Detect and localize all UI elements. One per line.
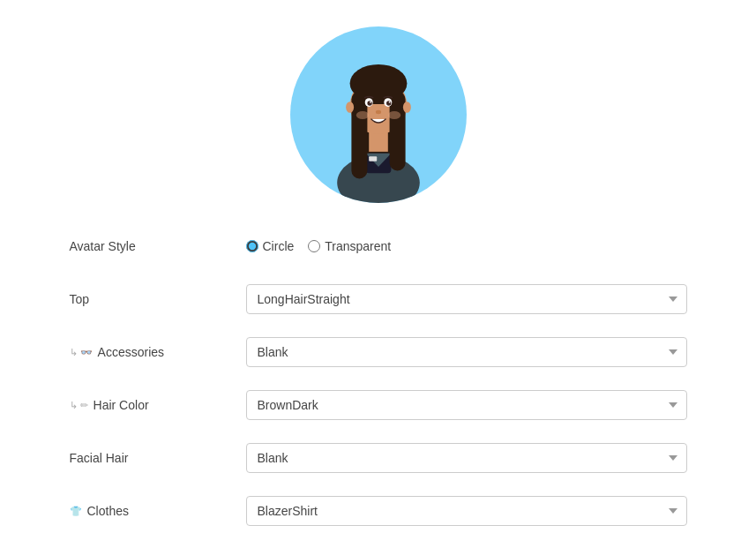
clothes-control: BlazerShirt BlazerSweater CollarSweater …: [246, 496, 687, 526]
svg-rect-11: [355, 80, 402, 104]
accessories-indent-icon: ↳ 👓: [70, 347, 93, 358]
form-area: Avatar Style Circle Transparent Top: [70, 228, 687, 545]
top-select[interactable]: LongHairStraight LongHairBob ShortHairSh…: [246, 284, 687, 314]
clothes-indent-icon: 👕: [70, 506, 82, 517]
svg-point-21: [346, 101, 354, 113]
clothes-select[interactable]: BlazerShirt BlazerSweater CollarSweater …: [246, 496, 687, 526]
top-label: Top: [70, 292, 246, 306]
svg-point-16: [370, 101, 371, 103]
svg-point-14: [367, 101, 371, 105]
page: Avatar Style Circle Transparent Top: [0, 0, 756, 548]
svg-point-22: [402, 101, 410, 113]
facial-hair-control: Blank BeardLight BeardMagestic BeardMedi…: [246, 443, 687, 473]
avatar-style-control: Circle Transparent: [246, 239, 687, 253]
facial-hair-select[interactable]: Blank BeardLight BeardMagestic BeardMedi…: [246, 443, 687, 473]
top-row: Top LongHairStraight LongHairBob ShortHa…: [70, 281, 687, 318]
radio-circle[interactable]: [246, 240, 258, 252]
accessories-select[interactable]: Blank Kurt Prescription01 Prescription02…: [246, 337, 687, 367]
svg-point-20: [387, 111, 400, 119]
avatar-style-row: Avatar Style Circle Transparent: [70, 228, 687, 265]
clothes-row: 👕 Clothes BlazerShirt BlazerSweater Coll…: [70, 492, 687, 529]
hair-color-select[interactable]: BrownDark Auburn Black Blonde BlondeGold…: [246, 390, 687, 420]
svg-point-15: [386, 101, 391, 105]
svg-point-17: [388, 101, 390, 103]
hair-color-indent-icon: ↳ ✏: [70, 400, 88, 411]
radio-circle-label[interactable]: Circle: [246, 239, 295, 253]
clothes-label: 👕 Clothes: [70, 504, 246, 518]
hair-color-row: ↳ ✏ Hair Color BrownDark Auburn Black Bl…: [70, 387, 687, 424]
svg-rect-8: [351, 92, 367, 179]
svg-point-18: [375, 110, 380, 114]
svg-point-19: [356, 111, 368, 119]
facial-hair-label: Facial Hair: [70, 451, 246, 465]
avatar-svg: [299, 35, 458, 203]
avatar-style-label: Avatar Style: [70, 239, 246, 253]
avatar-circle: [290, 26, 467, 203]
hair-color-control: BrownDark Auburn Black Blonde BlondeGold…: [246, 390, 687, 420]
top-control: LongHairStraight LongHairBob ShortHairSh…: [246, 284, 687, 314]
radio-transparent[interactable]: [308, 240, 320, 252]
accessories-label: ↳ 👓 Accessories: [70, 345, 246, 359]
accessories-row: ↳ 👓 Accessories Blank Kurt Prescription0…: [70, 334, 687, 371]
hair-color-label: ↳ ✏ Hair Color: [70, 398, 246, 412]
radio-transparent-label[interactable]: Transparent: [308, 239, 391, 253]
facial-hair-row: Facial Hair Blank BeardLight BeardMagest…: [70, 439, 687, 477]
avatar-container: [290, 26, 467, 203]
avatar-style-radio-group: Circle Transparent: [246, 239, 687, 253]
accessories-control: Blank Kurt Prescription01 Prescription02…: [246, 337, 687, 367]
svg-rect-6: [369, 156, 377, 161]
